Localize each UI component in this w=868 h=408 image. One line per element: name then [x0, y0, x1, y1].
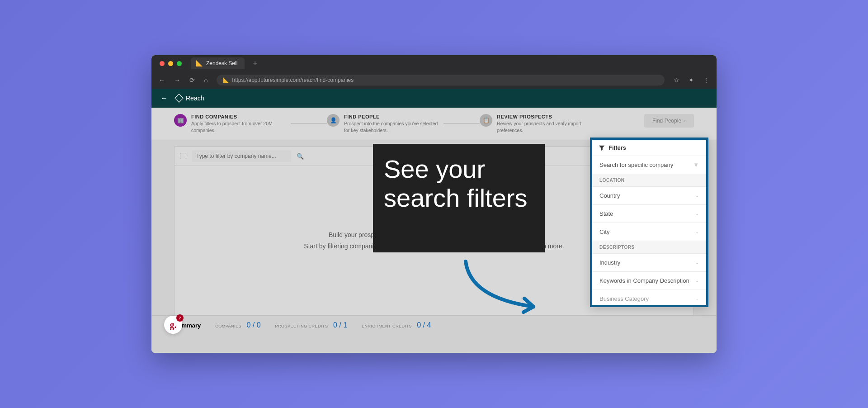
notification-badge: 2	[176, 314, 184, 322]
new-tab-button[interactable]: +	[249, 57, 260, 69]
filters-title: Filters	[609, 144, 626, 151]
find-people-label: Find People	[652, 118, 681, 124]
step-desc: Apply filters to prospect from over 20M …	[191, 120, 291, 133]
help-widget[interactable]: g. 2	[164, 316, 182, 334]
app-header: ← Reach	[151, 89, 717, 108]
building-icon: 🏢	[174, 114, 187, 127]
filter-country[interactable]: Country⌄	[592, 186, 706, 204]
funnel-icon	[599, 145, 605, 151]
find-people-button[interactable]: Find People ›	[644, 114, 694, 128]
step-connector	[443, 123, 480, 123]
step-desc: Prospect into the companies you've selec…	[344, 120, 443, 133]
summary-companies: COMPANIES 0 / 0	[215, 321, 260, 329]
close-window-icon[interactable]	[160, 61, 165, 66]
search-icon: 🔍	[297, 153, 304, 160]
step-title: FIND PEOPLE	[344, 114, 443, 119]
maximize-window-icon[interactable]	[177, 61, 182, 66]
filter-business-category[interactable]: Business Category⌄	[592, 289, 706, 305]
filter-section-descriptors: DESCRIPTORS	[592, 241, 706, 253]
g-logo-icon: g.	[170, 320, 177, 330]
window-controls	[155, 61, 186, 66]
step-find-people: 👤 FIND PEOPLE Prospect into the companie…	[327, 114, 443, 133]
extensions-icon[interactable]: ✦	[685, 74, 698, 86]
forward-icon[interactable]: →	[170, 74, 184, 86]
filter-city[interactable]: City⌄	[592, 223, 706, 241]
step-desc: Review your prospects and verify import …	[497, 120, 596, 133]
reload-icon[interactable]: ⟳	[186, 74, 198, 86]
star-icon[interactable]: ☆	[670, 74, 683, 86]
app-title: Reach	[186, 95, 204, 102]
step-find-companies: 🏢 FIND COMPANIES Apply filters to prospe…	[174, 114, 291, 133]
url-favicon-icon	[223, 77, 228, 83]
chevron-down-icon: ⌄	[695, 260, 699, 265]
filter-funnel-small-icon: ▼	[693, 161, 699, 168]
filter-industry[interactable]: Industry⌄	[592, 253, 706, 271]
reach-icon	[175, 94, 184, 103]
site-favicon-icon	[196, 60, 203, 66]
filter-keywords[interactable]: Keywords in Company Description⌄	[592, 271, 706, 289]
filter-state[interactable]: State⌄	[592, 204, 706, 223]
company-search-input[interactable]	[192, 150, 291, 162]
filter-search-company[interactable]: Search for specific company ▼	[592, 156, 706, 174]
step-title: FIND COMPANIES	[191, 114, 291, 119]
filter-section-location: LOCATION	[592, 174, 706, 186]
minimize-window-icon[interactable]	[168, 61, 173, 66]
chevron-down-icon: ⌄	[695, 278, 699, 283]
chevron-down-icon: ⌄	[695, 229, 699, 234]
main-content: 🏢 FIND COMPANIES Apply filters to prospe…	[151, 108, 717, 353]
review-icon: 📋	[480, 114, 492, 127]
tab-title: Zendesk Sell	[206, 60, 237, 66]
chevron-down-icon: ⌄	[695, 193, 699, 198]
browser-window: Zendesk Sell + ← → ⟳ ⌂ https://app.futur…	[151, 55, 717, 353]
annotation-arrow-icon	[461, 257, 552, 320]
select-all-checkbox[interactable]	[180, 153, 186, 159]
browser-tab[interactable]: Zendesk Sell	[191, 57, 245, 69]
back-icon[interactable]: ←	[155, 74, 169, 86]
step-review: 📋 REVIEW PROSPECTS Review your prospects…	[480, 114, 596, 133]
wizard-steps: 🏢 FIND COMPANIES Apply filters to prospe…	[151, 108, 717, 140]
home-icon[interactable]: ⌂	[200, 74, 211, 86]
filters-header: Filters	[592, 140, 706, 156]
step-connector	[291, 123, 327, 123]
browser-address-bar: ← → ⟳ ⌂ https://app.futuresimple.com/rea…	[151, 71, 717, 89]
chevron-down-icon: ⌄	[695, 211, 699, 216]
chevron-down-icon: ⌄	[695, 296, 699, 301]
annotation-callout: See your search filters	[373, 144, 545, 252]
chevron-right-icon: ›	[684, 118, 686, 124]
url-input[interactable]: https://app.futuresimple.com/reach/find-…	[217, 75, 665, 85]
summary-enrichment: ENRICHMENT CREDITS 0 / 4	[362, 321, 431, 329]
app-back-button[interactable]: ←	[160, 94, 168, 102]
menu-icon[interactable]: ⋮	[699, 74, 713, 86]
step-title: REVIEW PROSPECTS	[497, 114, 596, 119]
browser-tab-bar: Zendesk Sell +	[151, 55, 717, 71]
summary-bar: Summary COMPANIES 0 / 0 PROSPECTING CRED…	[151, 315, 717, 335]
filters-panel: Filters Search for specific company ▼ LO…	[590, 138, 708, 307]
app-logo: Reach	[176, 95, 204, 102]
person-icon: 👤	[327, 114, 340, 127]
summary-prospecting: PROSPECTING CREDITS 0 / 1	[275, 321, 348, 329]
url-text: https://app.futuresimple.com/reach/find-…	[232, 77, 354, 83]
